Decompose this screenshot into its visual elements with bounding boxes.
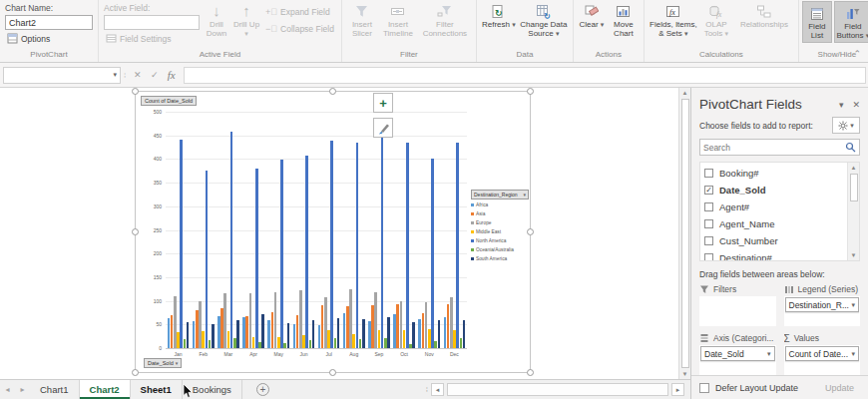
- field-checkbox[interactable]: ✓: [704, 186, 713, 195]
- hscroll-left-icon[interactable]: ◂: [431, 383, 444, 396]
- resize-handle[interactable]: [527, 88, 534, 95]
- filters-drop-zone[interactable]: [699, 296, 776, 326]
- insert-slicer-button[interactable]: Insert Slicer: [345, 0, 379, 40]
- resize-handle[interactable]: [132, 88, 139, 95]
- field-buttons-button[interactable]: Field Buttons ▾: [834, 1, 868, 43]
- field-item-agent-[interactable]: Agent#: [704, 199, 847, 215]
- formula-input[interactable]: [184, 67, 866, 84]
- refresh-button[interactable]: ↻ Refresh ▾: [480, 0, 518, 31]
- field-item-cust-number[interactable]: Cust_Number: [704, 232, 847, 249]
- olap-tools-button[interactable]: fx OLAP Tools ▾: [699, 0, 733, 40]
- defer-layout-checkbox[interactable]: [699, 383, 709, 393]
- field-item-agent-name[interactable]: Agent_Name: [704, 215, 847, 232]
- close-icon[interactable]: ✕: [852, 100, 860, 110]
- bar: [337, 318, 340, 348]
- options-button[interactable]: Options: [5, 32, 93, 45]
- search-input[interactable]: [703, 143, 845, 153]
- new-sheet-button[interactable]: +: [256, 383, 269, 396]
- values-area[interactable]: Σ Values Count of Date...▾: [784, 331, 861, 375]
- collapse-ribbon-icon[interactable]: ⌃: [853, 49, 861, 59]
- axis-area[interactable]: Axis (Categori... Date_Sold▾: [699, 331, 776, 375]
- scroll-up-icon[interactable]: ▲: [682, 89, 688, 97]
- filters-area[interactable]: Filters: [699, 282, 776, 326]
- gridline: [166, 159, 467, 160]
- field-checkbox[interactable]: [704, 253, 713, 260]
- collapse-field-button[interactable]: −⃞ Collapse Field: [263, 23, 336, 35]
- axis-field-button[interactable]: Date_Sold▾: [144, 358, 182, 368]
- bar: [428, 329, 431, 348]
- field-item-booking-[interactable]: Booking#: [704, 165, 847, 182]
- value-field-button[interactable]: Count of Date_Sold: [141, 96, 197, 106]
- values-drop-zone[interactable]: Count of Date...▾: [784, 345, 861, 375]
- clear-button[interactable]: Clear ▾: [577, 0, 607, 31]
- chart-styles-button[interactable]: [373, 118, 393, 138]
- vertical-scrollbar[interactable]: ▲ ▼: [678, 88, 690, 379]
- hscroll-right-icon[interactable]: ▸: [671, 383, 684, 396]
- cancel-icon[interactable]: ✕: [129, 70, 146, 80]
- values-area-pill[interactable]: Count of Date...▾: [785, 346, 860, 361]
- field-checkbox[interactable]: [704, 202, 713, 211]
- field-list-button[interactable]: Field List: [802, 1, 832, 43]
- bar: [406, 143, 409, 348]
- scrollbar-thumb[interactable]: [850, 174, 858, 201]
- bar: [212, 324, 215, 348]
- legend-area-pill[interactable]: Destination_R...▾: [785, 297, 860, 312]
- tab-nav-left-icon[interactable]: ◂: [0, 380, 15, 399]
- axis-area-pill[interactable]: Date_Sold▾: [700, 346, 775, 361]
- scroll-down-icon[interactable]: ▼: [682, 370, 688, 378]
- field-list-scrollbar[interactable]: ▲ ▼: [847, 163, 859, 260]
- legend-drop-zone[interactable]: Destination_R...▾: [784, 296, 861, 326]
- chart-elements-button[interactable]: +: [373, 93, 393, 113]
- filter-connections-button[interactable]: Filter Connections: [417, 0, 473, 40]
- drill-up-button[interactable]: ↑ Drill Up ▾: [231, 0, 261, 40]
- chart-name-input[interactable]: [5, 15, 93, 30]
- scroll-down-icon[interactable]: ▼: [851, 251, 857, 259]
- relationships-button[interactable]: Relationships: [733, 0, 795, 31]
- chevron-down-icon: ▾: [851, 301, 855, 309]
- tools-button[interactable]: ▾: [832, 117, 860, 134]
- resize-handle[interactable]: [132, 369, 139, 376]
- field-checkbox[interactable]: [704, 219, 713, 228]
- resize-handle[interactable]: [329, 369, 336, 376]
- insert-function-icon[interactable]: fx: [163, 69, 180, 81]
- field-item-date-sold[interactable]: ✓Date_Sold: [704, 182, 847, 199]
- gridline: [166, 136, 467, 137]
- tab-sheet1[interactable]: Sheet1: [131, 380, 183, 399]
- tab-chart1[interactable]: Chart1: [30, 380, 80, 399]
- enter-icon[interactable]: ✓: [146, 70, 163, 80]
- worksheet[interactable]: Count of Date_Sold 050100150200250300350…: [0, 88, 690, 379]
- name-box[interactable]: ▾: [3, 67, 121, 84]
- field-checkbox[interactable]: [704, 236, 713, 245]
- update-button[interactable]: Update: [819, 381, 860, 395]
- bar: [393, 314, 396, 348]
- field-checkbox[interactable]: [704, 169, 713, 178]
- bar: [171, 315, 174, 348]
- scrollbar-thumb[interactable]: [681, 99, 689, 368]
- insert-timeline-button[interactable]: Insert Timeline: [379, 0, 417, 40]
- active-field-input[interactable]: [104, 15, 200, 30]
- resize-handle[interactable]: [527, 369, 534, 376]
- tab-chart2[interactable]: Chart2: [80, 380, 131, 399]
- field-settings-button[interactable]: Field Settings: [104, 32, 200, 45]
- drill-down-button[interactable]: ↓ Drill Down: [202, 0, 231, 40]
- pivot-chart[interactable]: Count of Date_Sold 050100150200250300350…: [135, 91, 531, 373]
- search-icon[interactable]: [845, 142, 856, 153]
- fields-items-sets-button[interactable]: fx Fields, Items, & Sets ▾: [648, 0, 699, 40]
- scroll-up-icon[interactable]: ▲: [851, 164, 857, 172]
- bar: [236, 320, 239, 348]
- move-chart-button[interactable]: Move Chart: [607, 0, 641, 40]
- legend-field-button[interactable]: Destination_Region▾: [471, 190, 529, 200]
- field-item-destination-[interactable]: Destination#: [704, 249, 847, 260]
- tab-nav-right-icon[interactable]: ▸: [15, 380, 30, 399]
- y-tick-label: 400: [154, 156, 162, 162]
- resize-handle[interactable]: [329, 88, 336, 95]
- axis-drop-zone[interactable]: Date_Sold▾: [699, 345, 776, 375]
- expand-field-button[interactable]: +⃞ Expand Field: [263, 6, 336, 18]
- splitter-dots[interactable]: ⁞: [426, 385, 428, 394]
- pane-options-icon[interactable]: ▾: [839, 100, 844, 110]
- divider: ⁞: [121, 71, 129, 80]
- change-data-source-button[interactable]: ↻ Change Data Source ▾: [518, 0, 570, 40]
- relationships-icon: [756, 3, 771, 20]
- horizontal-scrollbar[interactable]: [447, 383, 668, 396]
- legend-area[interactable]: Legend (Series) Destination_R...▾: [784, 282, 861, 326]
